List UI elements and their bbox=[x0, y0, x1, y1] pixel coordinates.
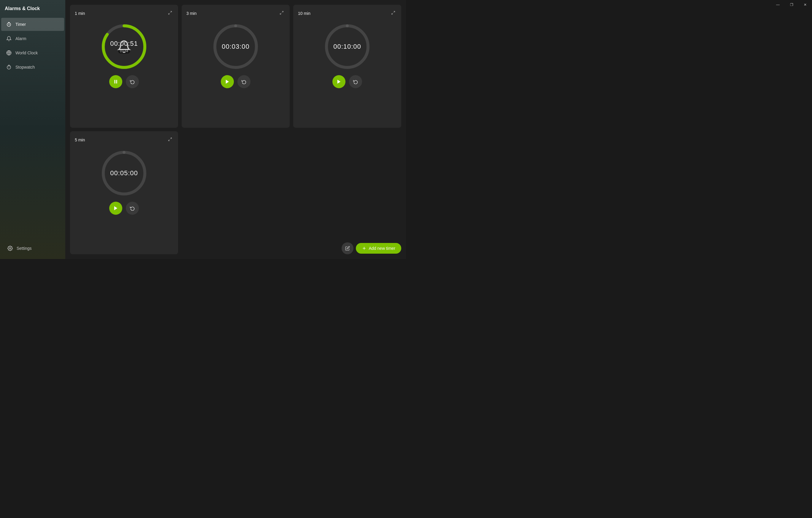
timer-card-1: 1 min 00:00:51 bbox=[70, 5, 178, 128]
timer-3-center: 00:10:00 bbox=[333, 43, 361, 51]
svg-line-9 bbox=[169, 13, 170, 14]
timer-4-circle: 00:05:00 bbox=[100, 149, 148, 197]
timer-1-label: 1 min bbox=[75, 11, 85, 16]
timer-4-expand-button[interactable] bbox=[167, 136, 173, 143]
timer-1-pause-button[interactable] bbox=[109, 75, 122, 88]
svg-marker-28 bbox=[114, 206, 118, 210]
sidebar-item-world-clock-label: World Clock bbox=[16, 51, 38, 55]
bottom-bar: Add new timer bbox=[342, 242, 401, 254]
timer-3-label: 10 min bbox=[298, 11, 311, 16]
svg-line-19 bbox=[394, 11, 395, 12]
timer-3-time: 00:10:00 bbox=[333, 43, 361, 51]
timer-4-play-button[interactable] bbox=[109, 202, 122, 215]
settings-label: Settings bbox=[17, 246, 32, 251]
svg-line-25 bbox=[169, 140, 170, 141]
timer-card-2-header: 3 min bbox=[186, 9, 285, 17]
settings-icon bbox=[7, 245, 13, 251]
stopwatch-icon bbox=[6, 64, 12, 70]
timer-3-expand-button[interactable] bbox=[390, 9, 397, 17]
timer-1-center: 00:00:51 07:34 bbox=[110, 40, 138, 53]
svg-line-20 bbox=[392, 13, 393, 14]
timer-2-time: 00:03:00 bbox=[222, 43, 250, 51]
timer-2-label: 3 min bbox=[186, 11, 197, 16]
timer-card-3: 10 min 00:10:00 bbox=[293, 5, 401, 128]
timer-4-center: 00:05:00 bbox=[110, 169, 138, 177]
svg-rect-13 bbox=[116, 80, 117, 83]
timer-1-circle: 00:00:51 07:34 bbox=[100, 23, 148, 71]
svg-line-6 bbox=[10, 66, 11, 66]
timer-card-2: 3 min 00:03:00 bbox=[182, 5, 290, 128]
sidebar: Alarms & Clock Timer Alarm bbox=[0, 0, 65, 259]
timer-4-label: 5 min bbox=[75, 138, 85, 142]
timer-card-3-header: 10 min bbox=[298, 9, 397, 17]
timer-2-circle: 00:03:00 bbox=[212, 23, 259, 71]
timer-2-center: 00:03:00 bbox=[222, 43, 250, 51]
timer-icon bbox=[6, 21, 12, 27]
svg-point-7 bbox=[9, 248, 11, 249]
timer-card-4-header: 5 min bbox=[75, 136, 173, 143]
svg-line-8 bbox=[170, 11, 172, 12]
timer-1-reset-button[interactable] bbox=[126, 75, 139, 88]
main-content: 1 min 00:00:51 bbox=[65, 0, 406, 259]
svg-line-24 bbox=[170, 138, 172, 139]
add-timer-label: Add new timer bbox=[369, 246, 395, 251]
sidebar-item-world-clock[interactable]: World Clock bbox=[1, 46, 64, 59]
timer-4-controls bbox=[109, 202, 139, 215]
svg-line-15 bbox=[280, 13, 281, 14]
sidebar-item-timer[interactable]: Timer bbox=[1, 18, 64, 31]
timer-3-circle: 00:10:00 bbox=[323, 23, 371, 71]
svg-line-14 bbox=[282, 11, 283, 12]
add-timer-button[interactable]: Add new timer bbox=[356, 243, 401, 254]
timer-1-controls bbox=[109, 75, 139, 88]
timer-3-controls bbox=[332, 75, 362, 88]
timers-grid: 1 min 00:00:51 bbox=[70, 5, 401, 254]
timer-1-expand-button[interactable] bbox=[167, 9, 173, 17]
timer-2-play-button[interactable] bbox=[221, 75, 234, 88]
timer-1-alarm: 07:34 bbox=[118, 49, 130, 53]
timer-2-reset-button[interactable] bbox=[237, 75, 251, 88]
timer-card-4: 5 min 00:05:00 bbox=[70, 131, 178, 254]
sidebar-item-settings[interactable]: Settings bbox=[2, 242, 63, 255]
timer-4-reset-button[interactable] bbox=[126, 202, 139, 215]
sidebar-item-alarm[interactable]: Alarm bbox=[1, 32, 64, 45]
sidebar-item-timer-label: Timer bbox=[16, 22, 26, 27]
timer-2-expand-button[interactable] bbox=[279, 9, 285, 17]
timer-3-play-button[interactable] bbox=[332, 75, 345, 88]
sidebar-item-alarm-label: Alarm bbox=[16, 36, 26, 41]
sidebar-item-stopwatch[interactable]: Stopwatch bbox=[1, 61, 64, 74]
sidebar-item-stopwatch-label: Stopwatch bbox=[16, 65, 35, 70]
app-title: Alarms & Clock bbox=[0, 0, 65, 17]
svg-marker-23 bbox=[338, 80, 341, 84]
alarm-icon bbox=[6, 36, 12, 42]
svg-rect-12 bbox=[115, 80, 115, 83]
world-clock-icon bbox=[6, 50, 12, 56]
timer-4-time: 00:05:00 bbox=[110, 169, 138, 177]
timer-2-controls bbox=[221, 75, 251, 88]
timer-card-1-header: 1 min bbox=[75, 9, 173, 17]
timer-3-reset-button[interactable] bbox=[349, 75, 362, 88]
svg-marker-18 bbox=[226, 80, 229, 84]
edit-button[interactable] bbox=[342, 242, 353, 254]
